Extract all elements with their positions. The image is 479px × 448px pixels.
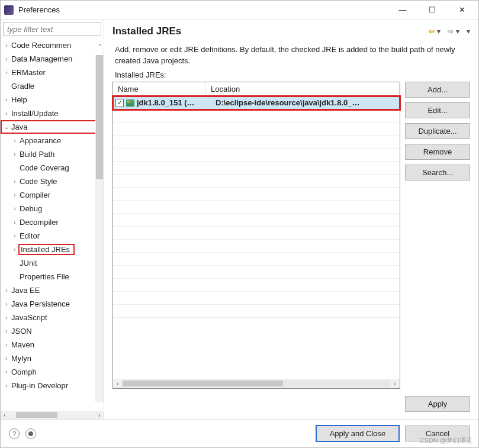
apply-and-close-button[interactable]: Apply and Close bbox=[316, 426, 399, 441]
tree-item-debug[interactable]: ›Debug bbox=[1, 202, 104, 215]
tree-item-compiler[interactable]: ›Compiler bbox=[1, 188, 104, 202]
nav-forward-icon[interactable]: ⇨ bbox=[448, 27, 454, 36]
chevron-right-icon[interactable]: › bbox=[3, 110, 10, 117]
jre-row[interactable]: ✓ jdk1.8.0_151 (… D:\eclipse-ide\resourc… bbox=[113, 96, 400, 109]
tree-item-code-recommen[interactable]: ›Code Recommen bbox=[1, 38, 104, 52]
help-icon[interactable]: ? bbox=[9, 428, 20, 439]
tree-item-label: Decompiler bbox=[18, 218, 60, 227]
tree-item-label: Maven bbox=[10, 340, 36, 349]
tree-item-data-managemen[interactable]: ›Data Managemen bbox=[1, 52, 104, 66]
view-menu-icon[interactable]: ▾ bbox=[467, 27, 470, 36]
app-icon bbox=[4, 5, 14, 15]
tree-scrollbar-horizontal[interactable]: ‹ › bbox=[1, 411, 104, 419]
tree-item-ermaster[interactable]: ›ERMaster bbox=[1, 66, 104, 79]
tree-item-properties-file[interactable]: ›Properties File bbox=[1, 270, 104, 283]
cancel-button[interactable]: Cancel bbox=[405, 426, 470, 441]
tree-item-oomph[interactable]: ›Oomph bbox=[1, 365, 104, 379]
tree-item-java[interactable]: ⌄Java bbox=[1, 120, 104, 134]
tree-item-label: JUnit bbox=[18, 259, 38, 267]
dialog-footer: ? Apply and Close Cancel bbox=[1, 420, 478, 447]
table-scrollbar-horizontal[interactable]: ‹ › bbox=[113, 379, 400, 388]
tree-item-java-ee[interactable]: ›Java EE bbox=[1, 283, 104, 297]
filter-input[interactable] bbox=[3, 22, 101, 36]
add-button[interactable]: Add... bbox=[405, 82, 470, 98]
tree-item-label: JSON bbox=[10, 327, 33, 336]
column-header-location[interactable]: Location bbox=[206, 83, 400, 95]
tree-item-java-persistence[interactable]: ›Java Persistence bbox=[1, 297, 104, 311]
close-button[interactable]: ✕ bbox=[452, 5, 471, 14]
chevron-right-icon[interactable]: › bbox=[3, 42, 10, 49]
tree-item-label: JavaScript bbox=[10, 313, 49, 322]
chevron-right-icon[interactable]: › bbox=[3, 355, 10, 362]
tree-item-label: Properties File bbox=[18, 272, 70, 281]
content-panel: Installed JREs ⇦▾ ⇨▾ ▾ Add, remove or ed… bbox=[104, 20, 478, 419]
tree-item-plug-in-developr[interactable]: ›Plug-in Developr bbox=[1, 379, 104, 392]
tree-item-label: Editor bbox=[18, 231, 41, 240]
oomph-recorder-icon[interactable] bbox=[25, 428, 36, 439]
chevron-right-icon[interactable]: › bbox=[3, 287, 10, 294]
tree-item-install-update[interactable]: ›Install/Update bbox=[1, 107, 104, 120]
scrollbar-thumb[interactable] bbox=[123, 381, 283, 386]
tree-item-gradle[interactable]: ›Gradle bbox=[1, 79, 104, 93]
tree-item-label: Install/Update bbox=[10, 109, 60, 118]
chevron-down-icon[interactable]: ⌄ bbox=[3, 124, 10, 130]
jre-location: D:\eclipse-ide\resource\java\jdk1.8.0_… bbox=[216, 98, 400, 107]
search-button[interactable]: Search... bbox=[405, 165, 470, 181]
tree-item-javascript[interactable]: ›JavaScript bbox=[1, 311, 104, 324]
chevron-right-icon[interactable]: › bbox=[11, 178, 18, 185]
tree-item-code-coverag[interactable]: ›Code Coverag bbox=[1, 161, 104, 175]
chevron-right-icon[interactable]: › bbox=[11, 219, 18, 225]
tree-item-json[interactable]: ›JSON bbox=[1, 324, 104, 338]
chevron-right-icon[interactable]: › bbox=[3, 341, 10, 348]
tree-item-label: Code Recommen bbox=[10, 41, 72, 50]
maximize-button[interactable]: ☐ bbox=[423, 5, 442, 14]
chevron-right-icon[interactable]: › bbox=[11, 233, 18, 239]
chevron-right-icon[interactable]: › bbox=[11, 205, 18, 212]
tree-item-decompiler[interactable]: ›Decompiler bbox=[1, 215, 104, 229]
chevron-right-icon[interactable]: › bbox=[3, 69, 10, 76]
scrollbar-thumb[interactable] bbox=[16, 412, 57, 418]
tree-item-junit[interactable]: ›JUnit bbox=[1, 256, 104, 270]
remove-button[interactable]: Remove bbox=[405, 144, 470, 160]
chevron-right-icon[interactable]: › bbox=[11, 246, 18, 253]
duplicate-button[interactable]: Duplicate... bbox=[405, 123, 470, 139]
edit-button[interactable]: Edit... bbox=[405, 102, 470, 118]
preferences-tree[interactable]: ›Code Recommen›Data Managemen›ERMaster›G… bbox=[1, 38, 104, 411]
nav-back-icon[interactable]: ⇦ bbox=[429, 27, 435, 36]
scrollbar-thumb[interactable] bbox=[96, 55, 103, 179]
chevron-right-icon[interactable]: › bbox=[3, 382, 10, 389]
tree-item-help[interactable]: ›Help bbox=[1, 93, 104, 107]
title-bar: Preferences — ☐ ✕ bbox=[1, 1, 478, 20]
apply-button[interactable]: Apply bbox=[405, 396, 470, 412]
minimize-button[interactable]: — bbox=[393, 5, 412, 14]
chevron-right-icon[interactable]: › bbox=[11, 137, 18, 144]
tree-scrollbar-vertical[interactable]: ⌃ bbox=[95, 55, 104, 402]
chevron-right-icon[interactable]: › bbox=[3, 314, 10, 321]
chevron-right-icon[interactable]: › bbox=[3, 56, 10, 62]
nav-back-menu[interactable]: ▾ bbox=[437, 27, 441, 36]
chevron-right-icon[interactable]: › bbox=[11, 192, 18, 198]
tree-item-build-path[interactable]: ›Build Path bbox=[1, 147, 104, 161]
tree-item-appearance[interactable]: ›Appearance bbox=[1, 134, 104, 147]
nav-forward-menu[interactable]: ▾ bbox=[456, 27, 459, 36]
column-header-name[interactable]: Name bbox=[113, 83, 206, 95]
chevron-right-icon[interactable]: › bbox=[3, 369, 10, 375]
tree-item-label: Mylyn bbox=[10, 354, 33, 363]
chevron-right-icon[interactable]: › bbox=[3, 328, 10, 334]
chevron-right-icon[interactable]: › bbox=[11, 151, 18, 157]
tree-item-installed-jres[interactable]: ›Installed JREs bbox=[1, 243, 104, 256]
tree-item-label: Gradle bbox=[10, 82, 36, 91]
chevron-right-icon[interactable]: › bbox=[3, 96, 10, 103]
tree-item-code-style[interactable]: ›Code Style bbox=[1, 175, 104, 188]
tree-item-mylyn[interactable]: ›Mylyn bbox=[1, 352, 104, 365]
tree-item-maven[interactable]: ›Maven bbox=[1, 338, 104, 352]
jre-table[interactable]: Name Location ✓ jdk1.8.0_151 (… D:\eclip… bbox=[112, 82, 400, 389]
tree-item-label: Java EE bbox=[10, 286, 41, 295]
chevron-right-icon[interactable]: › bbox=[3, 301, 10, 307]
tree-item-label: ERMaster bbox=[10, 68, 47, 77]
tree-item-label: Installed JREs bbox=[18, 244, 75, 255]
tree-item-editor[interactable]: ›Editor bbox=[1, 229, 104, 243]
tree-item-label: Java bbox=[10, 123, 28, 131]
jre-checkbox[interactable]: ✓ bbox=[115, 99, 124, 107]
tree-item-label: Build Path bbox=[18, 150, 56, 159]
